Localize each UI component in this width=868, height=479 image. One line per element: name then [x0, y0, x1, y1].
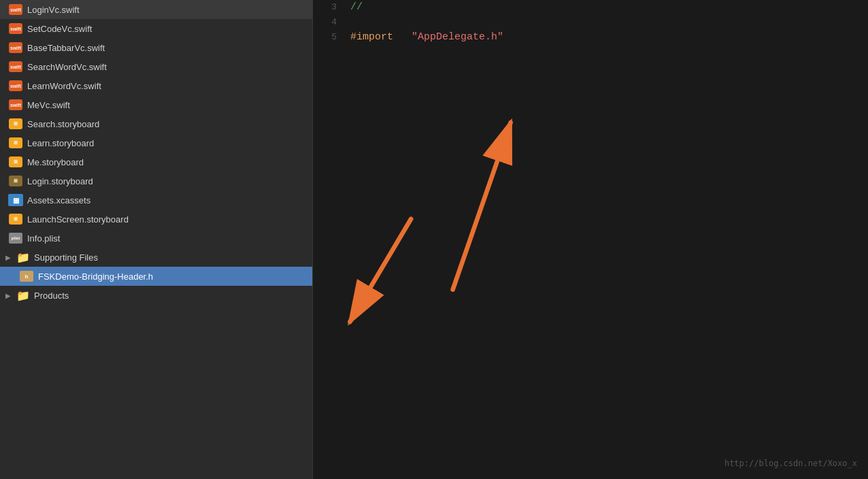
file-label-setcodevc: SetCodeVc.swift: [27, 24, 92, 34]
swift-file-icon: swift: [8, 60, 23, 73]
swift-file-icon: swift: [8, 41, 23, 54]
storyboard-file-icon: ⊞: [8, 117, 23, 131]
xcassets-icon: ▦: [8, 193, 23, 207]
storyboard-file-icon: ⊞: [8, 155, 23, 169]
file-label-assets: Assets.xcassets: [27, 195, 90, 205]
file-label-loginvc: LoginVc.swift: [27, 5, 80, 15]
file-item-learnwordvc[interactable]: swift LearnWordVc.swift: [0, 76, 312, 95]
file-label-me-storyboard: Me.storyboard: [27, 157, 84, 167]
import-keyword: #import: [350, 31, 393, 43]
file-label-learnwordvc: LearnWordVc.swift: [27, 81, 101, 91]
file-item-searchwordvc[interactable]: swift SearchWordVc.swift: [0, 57, 312, 76]
file-navigator[interactable]: swift LoginVc.swift swift SetCodeVc.swif…: [0, 0, 313, 479]
file-label-learn-storyboard: Learn.storyboard: [27, 138, 94, 148]
file-label-search-storyboard: Search.storyboard: [27, 119, 99, 129]
file-label-login-storyboard: Login.storyboard: [27, 176, 93, 186]
file-item-login-storyboard[interactable]: ⊞ Login.storyboard: [0, 171, 312, 191]
watermark: http://blog.csdn.net/Xoxo_x: [724, 459, 857, 468]
products-group[interactable]: ▶ 📁 Products: [0, 286, 312, 305]
import-string: "AppDelegate.h": [412, 31, 503, 43]
line-num-5: 5: [313, 30, 337, 45]
swift-file-icon: swift: [8, 3, 23, 16]
file-label-mevc: MeVc.swift: [27, 100, 70, 110]
swift-file-icon: swift: [8, 98, 23, 112]
file-item-assets[interactable]: ▦ Assets.xcassets: [0, 191, 312, 210]
line-num-3: 3: [313, 0, 337, 15]
file-item-setcodevc[interactable]: swift SetCodeVc.swift: [0, 19, 312, 38]
import-space: [399, 31, 405, 43]
line-numbers: 3 4 5: [313, 0, 344, 479]
code-content[interactable]: // #import "AppDelegate.h": [344, 0, 868, 479]
file-item-info-plist[interactable]: plist Info.plist: [0, 229, 312, 248]
swift-file-icon: swift: [8, 22, 23, 35]
swift-file-icon: swift: [8, 79, 23, 93]
file-label-searchwordvc: SearchWordVc.swift: [27, 62, 107, 72]
folder-icon: 📁: [16, 251, 30, 264]
arrows-annotation: [344, 0, 868, 479]
expand-arrow-products-icon: ▶: [5, 292, 16, 299]
svg-line-3: [350, 219, 411, 322]
code-line-5: #import "AppDelegate.h": [344, 30, 868, 45]
file-label-bridging-header: FSKDemo-Bridging-Header.h: [38, 271, 153, 282]
storyboard-dark-icon: ⊞: [8, 174, 23, 188]
code-line-3: //: [344, 0, 868, 15]
products-label: Products: [34, 291, 69, 301]
storyboard-file-icon: ⊞: [8, 136, 23, 150]
supporting-files-label: Supporting Files: [34, 252, 98, 263]
file-item-learn-storyboard[interactable]: ⊞ Learn.storyboard: [0, 133, 312, 152]
file-item-search-storyboard[interactable]: ⊞ Search.storyboard: [0, 114, 312, 133]
file-label-basetabbarvc: BaseTabbarVc.swift: [27, 43, 105, 53]
file-item-loginvc[interactable]: swift LoginVc.swift: [0, 0, 312, 19]
storyboard-file-icon: ⊞: [8, 212, 23, 226]
plist-file-icon: plist: [8, 231, 23, 245]
code-editor: 3 4 5 // #import "AppDelegate.h": [313, 0, 868, 479]
header-file-icon: h: [19, 269, 34, 283]
file-label-launchscreen: LaunchScreen.storyboard: [27, 214, 129, 225]
folder-products-icon: 📁: [16, 289, 30, 302]
file-item-bridging-header[interactable]: h FSKDemo-Bridging-Header.h: [0, 267, 312, 286]
code-line-4: [344, 15, 868, 30]
file-item-mevc[interactable]: swift MeVc.swift: [0, 95, 312, 114]
code-comment-slashes: //: [350, 1, 363, 13]
expand-arrow-icon: ▶: [5, 254, 16, 261]
supporting-files-group[interactable]: ▶ 📁 Supporting Files: [0, 248, 312, 267]
file-item-me-storyboard[interactable]: ⊞ Me.storyboard: [0, 152, 312, 171]
file-label-info-plist: Info.plist: [27, 233, 60, 244]
line-num-4: 4: [313, 15, 337, 30]
file-item-basetabbarvc[interactable]: swift BaseTabbarVc.swift: [0, 38, 312, 57]
file-item-launchscreen[interactable]: ⊞ LaunchScreen.storyboard: [0, 210, 312, 229]
svg-line-2: [453, 122, 511, 290]
